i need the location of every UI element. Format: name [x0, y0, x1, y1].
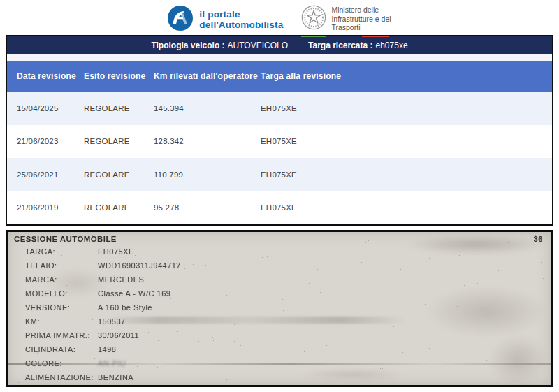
field-label: MARCA:	[25, 275, 98, 284]
table-row: 25/06/2021 REGOLARE 110.799 EH075XE	[7, 158, 552, 191]
targa-label: Targa ricercata :	[308, 41, 373, 50]
site-header: il portale dell'Automobilista Ministero …	[0, 0, 559, 35]
doc-field-km: KM: 150537	[25, 314, 551, 328]
ministry-logo: Ministero delle Infrastrutture e dei Tra…	[301, 3, 391, 37]
query-bar: Tipologia veicolo :AUTOVEICOLO Targa ric…	[7, 36, 552, 54]
doc-field-cilindrata: CILINDRATA: 1498	[25, 342, 551, 356]
document-title: CESSIONE AUTOMOBILE	[14, 235, 117, 243]
field-label: CILINDRATA:	[25, 345, 98, 354]
tipologia-value: AUTOVEICOLO	[228, 41, 288, 50]
field-value: MERCEDES	[98, 275, 144, 284]
cell-targa: EH075XE	[261, 137, 552, 145]
field-label: KM:	[25, 317, 98, 326]
revisions-table: Data revisione Esito revisione Km rileva…	[7, 61, 552, 224]
cell-targa: EH075XE	[261, 203, 552, 212]
field-label: TARGA:	[25, 247, 98, 256]
ministry-line2: Infrastrutture e dei	[331, 15, 391, 24]
cell-data-revisione: 21/06/2019	[17, 203, 84, 212]
field-value: 30/06/2011	[98, 331, 139, 340]
field-value: WDD1690311J944717	[98, 261, 181, 270]
cell-km: 128.342	[154, 137, 261, 145]
portal-logo-icon	[168, 6, 193, 34]
doc-field-colore: COLORE: AN-PIU	[25, 356, 551, 370]
field-label: VERSIONE:	[25, 303, 98, 312]
panel-gap	[7, 54, 552, 61]
document-panel: CESSIONE AUTOMOBILE 36 TARGA: EH075XE TE…	[6, 230, 553, 387]
table-row: 21/06/2023 REGOLARE 128.342 EH075XE	[7, 125, 552, 159]
tipologia-label: Tipologia veicolo :	[151, 41, 224, 50]
table-header-row: Data revisione Esito revisione Km rileva…	[7, 61, 552, 92]
column-header-km-rilevati: Km rilevati dall'operatore	[154, 71, 261, 81]
field-value: 1498	[98, 345, 116, 354]
field-value: Classe A - W/C 169	[98, 289, 170, 298]
ministry-logo-text: Ministero delle Infrastrutture e dei Tra…	[331, 6, 391, 32]
cell-esito-revisione: REGOLARE	[84, 170, 154, 179]
query-divider	[298, 39, 298, 51]
column-header-targa-revisione: Targa alla revisione	[261, 71, 552, 81]
results-panel: Tipologia veicolo :AUTOVEICOLO Targa ric…	[6, 35, 553, 226]
query-targa: Targa ricercata :eh075xe	[308, 41, 408, 50]
portal-logo-text: il portale dell'Automobilista	[199, 9, 283, 30]
document-page-number: 36	[533, 235, 543, 243]
column-header-data-revisione: Data revisione	[17, 71, 84, 81]
field-value: A 160 be Style	[98, 303, 152, 312]
cell-km: 145.394	[154, 104, 261, 112]
field-label: PRIMA IMMATR.:	[25, 331, 98, 340]
cell-data-revisione: 25/06/2021	[17, 170, 84, 179]
field-label: ALIMENTAZIONE:	[25, 373, 98, 382]
field-label: MODELLO:	[25, 289, 98, 298]
column-header-esito-revisione: Esito revisione	[84, 71, 154, 81]
cell-targa: EH075XE	[261, 170, 552, 179]
field-label: TELAIO:	[25, 261, 98, 270]
ministry-line1: Ministero delle	[331, 6, 391, 15]
doc-field-marca: MARCA: MERCEDES	[25, 273, 551, 286]
cell-targa: EH075XE	[261, 104, 552, 112]
field-value: BENZINA	[98, 373, 133, 382]
field-value-illegible: AN-PIU	[98, 359, 126, 368]
cell-esito-revisione: REGOLARE	[84, 137, 154, 145]
doc-field-versione: VERSIONE: A 160 be Style	[25, 300, 551, 314]
cell-km: 110.799	[154, 170, 261, 179]
document-fields: TARGA: EH075XE TELAIO: WDD1690311J944717…	[8, 245, 551, 384]
field-value: 150537	[98, 317, 126, 326]
portal-logo: il portale dell'Automobilista	[168, 3, 283, 34]
doc-field-targa: TARGA: EH075XE	[25, 245, 551, 259]
cell-data-revisione: 15/04/2025	[17, 104, 84, 112]
query-tipologia: Tipologia veicolo :AUTOVEICOLO	[151, 41, 288, 50]
cell-esito-revisione: REGOLARE	[84, 203, 154, 212]
doc-field-prima-immatricolazione: PRIMA IMMATR.: 30/06/2011	[25, 328, 551, 342]
portal-logo-line2: dell'Automobilista	[199, 20, 283, 30]
field-label: COLORE:	[25, 359, 98, 368]
cell-esito-revisione: REGOLARE	[84, 104, 154, 112]
targa-value: eh075xe	[376, 41, 408, 50]
portal-logo-line1: il portale	[199, 9, 283, 20]
ministry-line3: Trasporti	[331, 23, 391, 32]
ministry-emblem-icon	[301, 5, 326, 33]
cell-data-revisione: 21/06/2023	[17, 137, 84, 145]
italy-flag-underline-icon	[301, 36, 391, 37]
field-value: EH075XE	[98, 247, 134, 256]
cell-km: 95.278	[154, 203, 261, 212]
table-row: 21/06/2019 REGOLARE 95.278 EH075XE	[7, 191, 552, 225]
doc-field-telaio: TELAIO: WDD1690311J944717	[25, 259, 551, 273]
doc-field-alimentazione: ALIMENTAZIONE: BENZINA	[25, 370, 551, 384]
table-row: 15/04/2025 REGOLARE 145.394 EH075XE	[7, 92, 552, 125]
doc-field-modello: MODELLO: Classe A - W/C 169	[25, 286, 551, 300]
